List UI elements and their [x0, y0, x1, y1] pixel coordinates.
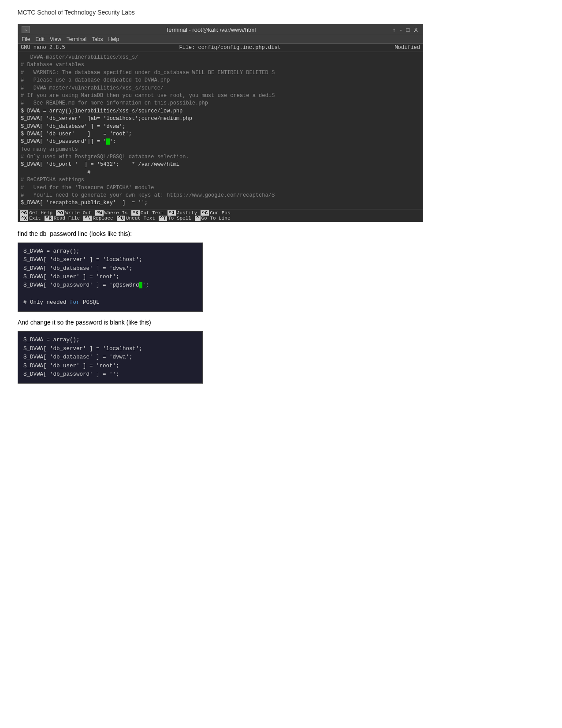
footer-item-writeout: ^O Write Out [56, 210, 92, 216]
footer-row-1: ^G Get Help ^O Write Out ^W Where Is ^K … [20, 210, 421, 216]
footer-item-gotoline: ^ Go To Line [195, 216, 231, 221]
footer-item-curpos: ^C Cur Pos [201, 210, 230, 216]
instruction-2: And change it so the password is blank (… [18, 319, 544, 326]
terminal-line-5: # DVWA-master/vulnerabilities/xss_s/sour… [21, 85, 164, 91]
footer-row-2: ^X Exit ^R Read File ^\ Replace ^U Uncut… [20, 216, 421, 221]
terminal-minimize-btn[interactable]: - [398, 26, 403, 33]
terminal-line-7: # See README.md for more information on … [21, 100, 208, 106]
terminal-line-11: $_DVWA[ 'db_user' ] = 'root'; [21, 131, 132, 137]
terminal-line-18: # Used for the 'Insecure CAPTCHA' module [21, 185, 154, 191]
terminal-close-btn[interactable]: X [413, 26, 419, 33]
terminal-line-1: DVWA-master/vulnerabilities/xss_s/ [21, 54, 138, 60]
terminal-line-9: $_DVWA[ 'db_server' ]ab= 'localhost';our… [21, 116, 192, 122]
terminal-line-20: $_DVWA[ 'recaptcha_public_key' ] = ''; [21, 200, 148, 206]
terminal-line-17: # ReCAPTCHA settings [21, 177, 84, 183]
nano-version: GNU nano 2.8.5 [21, 45, 65, 51]
footer-item-exit: ^X Exit [20, 216, 41, 221]
terminal-window: :- Terminal - root@kali: /var/www/html ↑… [18, 24, 423, 222]
menu-help[interactable]: Help [108, 36, 119, 42]
terminal-line-2: # Database variables [21, 62, 84, 68]
terminal-line-4: # Please use a database dedicated to DVW… [21, 77, 170, 83]
menu-view[interactable]: View [50, 36, 61, 42]
terminal-icon: :- [22, 26, 30, 33]
terminal-line-8: $_DVWA = array();lnerabilities/xss_s/sou… [21, 108, 182, 114]
footer-item-readfile: ^R Read File [45, 216, 80, 221]
terminal-line-13: Too many arguments [21, 146, 78, 153]
footer-item-cuttext: ^K Cut Text [131, 210, 164, 216]
menu-tabs[interactable]: Tabs [92, 36, 103, 42]
terminal-footer: ^G Get Help ^O Write Out ^W Where Is ^K … [18, 209, 423, 222]
footer-item-replace: ^\ Replace [83, 216, 113, 221]
footer-item-justify: ^J Justify [167, 210, 197, 216]
footer-item-tospell: ^T To Spell [159, 216, 191, 221]
terminal-line-16: # [21, 169, 90, 175]
terminal-line-3: # WARNING: The database specified under … [21, 70, 275, 76]
terminal-body: DVWA-master/vulnerabilities/xss_s/ # Dat… [18, 52, 423, 209]
instruction-1: find the db_password line (looks like th… [18, 230, 544, 237]
terminal-line-6: # If you are using MariaDB then you cann… [21, 93, 275, 99]
menu-terminal[interactable]: Terminal [67, 36, 86, 42]
nano-modified: Modified [395, 45, 420, 51]
terminal-title: Terminal - root@kali: /var/www/html [30, 26, 391, 33]
page-title: MCTC School of Technology Security Labs [18, 9, 544, 16]
footer-item-whereis: ^W Where Is [95, 210, 128, 216]
terminal-menubar: File Edit View Terminal Tabs Help [18, 35, 423, 44]
footer-item-gethelp: ^G Get Help [20, 210, 52, 216]
nano-filename: File: config/config.inc.php.dist [179, 45, 280, 51]
terminal-line-14: # Only used with PostgreSQL/PGSQL databa… [21, 154, 189, 160]
terminal-line-15: $_DVWA[ 'db_port ' ] = '5432'; * /var/ww… [21, 161, 179, 168]
footer-item-uncuttext: ^U Uncut Text [117, 216, 155, 221]
code-block-1: $_DVWA = array(); $_DVWA[ 'db_server' ] … [18, 243, 203, 312]
terminal-controls: ↑ - □ X [391, 26, 419, 33]
nano-statusbar: GNU nano 2.8.5 File: config/config.inc.p… [18, 44, 423, 52]
menu-file[interactable]: File [22, 36, 30, 42]
menu-edit[interactable]: Edit [35, 36, 45, 42]
terminal-line-19: # You'll need to generate your own keys … [21, 192, 275, 198]
terminal-titlebar: :- Terminal - root@kali: /var/www/html ↑… [18, 24, 423, 35]
terminal-up-btn[interactable]: ↑ [391, 26, 397, 33]
terminal-maximize-btn[interactable]: □ [405, 26, 411, 33]
terminal-line-10: $_DVWA[ 'db_database' ] = 'dvwa'; [21, 123, 126, 130]
terminal-line-12: $_DVWA[ 'db_password'|] = ' '; [21, 138, 116, 145]
code-block-2: $_DVWA = array(); $_DVWA[ 'db_server' ] … [18, 331, 203, 384]
